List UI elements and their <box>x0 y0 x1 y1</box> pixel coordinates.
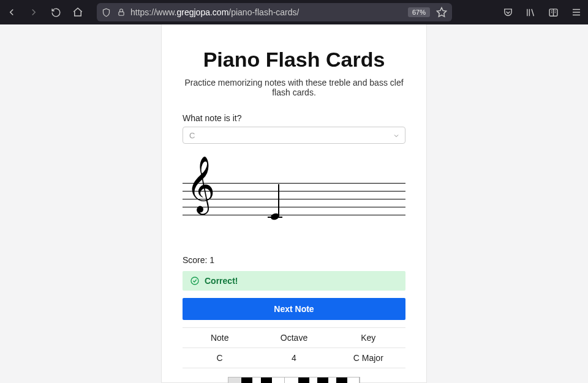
next-note-button[interactable]: Next Note <box>183 298 405 320</box>
th-octave: Octave <box>257 328 331 348</box>
app-panel: Piano Flash Cards Practice memorizing no… <box>161 24 427 383</box>
page-viewport: Piano Flash Cards Practice memorizing no… <box>0 24 588 383</box>
page-subtitle: Practice memorizing notes with these tre… <box>183 78 405 97</box>
reader-icon[interactable] <box>548 7 559 18</box>
piano-key-asharp[interactable] <box>336 377 347 383</box>
correct-alert: Correct! <box>183 271 405 291</box>
lock-icon[interactable] <box>117 8 126 17</box>
td-note: C <box>183 348 257 368</box>
browser-toolbar: https://www.gregjopa.com/piano-flash-car… <box>0 0 588 24</box>
url-security-indicators <box>102 8 126 17</box>
th-key: Key <box>331 328 405 348</box>
svg-point-2 <box>191 277 198 284</box>
pocket-icon[interactable] <box>503 7 513 18</box>
zoom-badge[interactable]: 67% <box>408 7 430 17</box>
bookmark-star-icon[interactable] <box>436 7 447 18</box>
forward-button[interactable] <box>28 7 39 18</box>
shield-icon[interactable] <box>102 8 111 17</box>
url-text: https://www.gregjopa.com/piano-flash-car… <box>130 7 299 17</box>
piano-key-dsharp[interactable] <box>261 377 272 383</box>
library-icon[interactable] <box>526 7 536 18</box>
reload-button[interactable] <box>50 7 61 18</box>
nav-icon-group <box>6 7 83 18</box>
answer-select-value: C <box>189 131 195 140</box>
url-bar[interactable]: https://www.gregjopa.com/piano-flash-car… <box>97 3 452 21</box>
score-display: Score: 1 <box>183 255 405 265</box>
th-note: Note <box>183 328 257 348</box>
note-info-table: Note Octave Key C 4 C Major <box>183 327 405 368</box>
chevron-down-icon <box>393 132 399 138</box>
music-staff: 𝄞 <box>183 172 405 233</box>
toolbar-right-icons <box>503 7 582 18</box>
treble-clef-icon: 𝄞 <box>186 160 215 209</box>
back-button[interactable] <box>6 7 17 18</box>
piano-key-gsharp[interactable] <box>317 377 328 383</box>
home-button[interactable] <box>72 7 83 18</box>
check-circle-icon <box>190 276 200 286</box>
svg-rect-0 <box>119 12 124 15</box>
piano-key-fsharp[interactable] <box>298 377 309 383</box>
question-label: What note is it? <box>183 113 405 123</box>
td-octave: 4 <box>257 348 331 368</box>
td-key: C Major <box>331 348 405 368</box>
menu-icon[interactable] <box>571 7 582 18</box>
answer-select[interactable]: C <box>183 127 405 144</box>
alert-text: Correct! <box>205 276 238 286</box>
piano-keyboard: C D E F G A B <box>228 377 360 383</box>
page-title: Piano Flash Cards <box>183 48 405 72</box>
piano-key-csharp[interactable] <box>241 377 252 383</box>
